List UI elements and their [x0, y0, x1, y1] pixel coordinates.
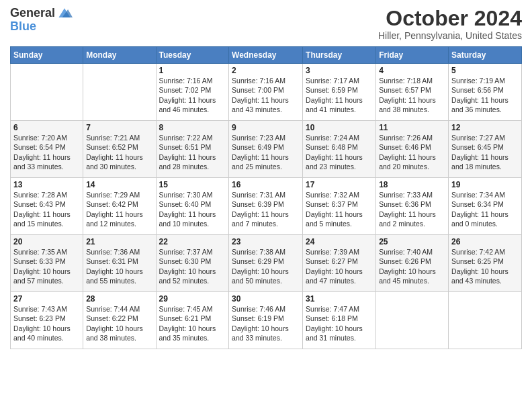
day-info-29: Sunrise: 7:45 AMSunset: 6:21 PMDaylight:…	[159, 304, 226, 342]
cell-1-3: 9Sunrise: 7:23 AMSunset: 6:49 PMDaylight…	[229, 121, 303, 178]
cell-3-1: 21Sunrise: 7:36 AMSunset: 6:31 PMDayligh…	[83, 235, 156, 292]
day-info-28: Sunrise: 7:44 AMSunset: 6:22 PMDaylight:…	[86, 304, 152, 342]
day-info-11: Sunrise: 7:26 AMSunset: 6:46 PMDaylight:…	[379, 133, 445, 171]
day-info-22: Sunrise: 7:37 AMSunset: 6:30 PMDaylight:…	[159, 247, 226, 285]
header-monday: Monday	[83, 47, 156, 64]
day-num-22: 22	[159, 237, 226, 246]
day-info-9: Sunrise: 7:23 AMSunset: 6:49 PMDaylight:…	[232, 133, 300, 171]
day-num-2: 2	[232, 66, 300, 75]
day-info-3: Sunrise: 7:17 AMSunset: 6:59 PMDaylight:…	[306, 76, 373, 114]
day-info-7: Sunrise: 7:21 AMSunset: 6:52 PMDaylight:…	[86, 133, 152, 171]
day-num-13: 13	[13, 180, 80, 189]
day-info-17: Sunrise: 7:32 AMSunset: 6:37 PMDaylight:…	[306, 190, 373, 228]
day-num-18: 18	[379, 180, 445, 189]
cell-0-1	[83, 64, 156, 121]
day-info-24: Sunrise: 7:39 AMSunset: 6:27 PMDaylight:…	[306, 247, 373, 285]
cell-3-2: 22Sunrise: 7:37 AMSunset: 6:30 PMDayligh…	[156, 235, 229, 292]
cell-2-5: 18Sunrise: 7:33 AMSunset: 6:36 PMDayligh…	[376, 178, 449, 235]
cell-1-2: 8Sunrise: 7:22 AMSunset: 6:51 PMDaylight…	[156, 121, 229, 178]
day-num-16: 16	[232, 180, 300, 189]
day-info-5: Sunrise: 7:19 AMSunset: 6:56 PMDaylight:…	[451, 76, 519, 114]
header-friday: Friday	[376, 47, 449, 64]
week-row-0: 1Sunrise: 7:16 AMSunset: 7:02 PMDaylight…	[11, 64, 522, 121]
cell-1-4: 10Sunrise: 7:24 AMSunset: 6:48 PMDayligh…	[303, 121, 376, 178]
cell-2-1: 14Sunrise: 7:29 AMSunset: 6:42 PMDayligh…	[83, 178, 156, 235]
day-num-9: 9	[232, 123, 300, 132]
day-info-18: Sunrise: 7:33 AMSunset: 6:36 PMDaylight:…	[379, 190, 445, 228]
cell-3-3: 23Sunrise: 7:38 AMSunset: 6:29 PMDayligh…	[229, 235, 303, 292]
cell-1-1: 7Sunrise: 7:21 AMSunset: 6:52 PMDaylight…	[83, 121, 156, 178]
cell-3-4: 24Sunrise: 7:39 AMSunset: 6:27 PMDayligh…	[303, 235, 376, 292]
location: Hiller, Pennsylvania, United States	[378, 30, 522, 41]
calendar-table: Sunday Monday Tuesday Wednesday Thursday…	[10, 46, 522, 349]
cell-4-3: 30Sunrise: 7:46 AMSunset: 6:19 PMDayligh…	[229, 292, 303, 349]
logo-icon	[56, 7, 73, 20]
day-num-24: 24	[306, 237, 373, 246]
cell-2-4: 17Sunrise: 7:32 AMSunset: 6:37 PMDayligh…	[303, 178, 376, 235]
header-tuesday: Tuesday	[156, 47, 229, 64]
cell-1-6: 12Sunrise: 7:27 AMSunset: 6:45 PMDayligh…	[449, 121, 522, 178]
day-num-19: 19	[451, 180, 519, 189]
day-num-12: 12	[451, 123, 519, 132]
logo-blue-text: Blue	[10, 20, 36, 34]
day-num-8: 8	[159, 123, 226, 132]
day-num-29: 29	[159, 294, 226, 304]
day-num-4: 4	[379, 66, 445, 75]
day-num-5: 5	[451, 66, 519, 75]
day-info-16: Sunrise: 7:31 AMSunset: 6:39 PMDaylight:…	[232, 190, 300, 228]
day-info-31: Sunrise: 7:47 AMSunset: 6:18 PMDaylight:…	[306, 304, 373, 342]
day-info-23: Sunrise: 7:38 AMSunset: 6:29 PMDaylight:…	[232, 247, 300, 285]
week-row-3: 20Sunrise: 7:35 AMSunset: 6:33 PMDayligh…	[11, 235, 522, 292]
day-num-1: 1	[159, 66, 226, 75]
cell-2-0: 13Sunrise: 7:28 AMSunset: 6:43 PMDayligh…	[11, 178, 83, 235]
day-num-7: 7	[86, 123, 152, 132]
day-info-19: Sunrise: 7:34 AMSunset: 6:34 PMDaylight:…	[451, 190, 519, 228]
logo: General Blue	[10, 7, 73, 34]
header-thursday: Thursday	[303, 47, 376, 64]
day-info-27: Sunrise: 7:43 AMSunset: 6:23 PMDaylight:…	[13, 304, 80, 342]
day-info-25: Sunrise: 7:40 AMSunset: 6:26 PMDaylight:…	[379, 247, 445, 285]
cell-4-4: 31Sunrise: 7:47 AMSunset: 6:18 PMDayligh…	[303, 292, 376, 349]
day-num-30: 30	[232, 294, 300, 304]
day-num-10: 10	[306, 123, 373, 132]
weekday-header-row: Sunday Monday Tuesday Wednesday Thursday…	[11, 47, 522, 64]
header-wednesday: Wednesday	[229, 47, 303, 64]
day-info-15: Sunrise: 7:30 AMSunset: 6:40 PMDaylight:…	[159, 190, 226, 228]
day-num-23: 23	[232, 237, 300, 246]
day-info-6: Sunrise: 7:20 AMSunset: 6:54 PMDaylight:…	[13, 133, 80, 171]
day-num-14: 14	[86, 180, 152, 189]
day-info-30: Sunrise: 7:46 AMSunset: 6:19 PMDaylight:…	[232, 304, 300, 342]
day-num-11: 11	[379, 123, 445, 132]
cell-1-0: 6Sunrise: 7:20 AMSunset: 6:54 PMDaylight…	[11, 121, 83, 178]
cell-1-5: 11Sunrise: 7:26 AMSunset: 6:46 PMDayligh…	[376, 121, 449, 178]
cell-0-4: 3Sunrise: 7:17 AMSunset: 6:59 PMDaylight…	[303, 64, 376, 121]
cell-3-5: 25Sunrise: 7:40 AMSunset: 6:26 PMDayligh…	[376, 235, 449, 292]
cell-0-2: 1Sunrise: 7:16 AMSunset: 7:02 PMDaylight…	[156, 64, 229, 121]
cell-4-0: 27Sunrise: 7:43 AMSunset: 6:23 PMDayligh…	[11, 292, 83, 349]
header-saturday: Saturday	[449, 47, 522, 64]
day-num-31: 31	[306, 294, 373, 304]
cell-4-6	[449, 292, 522, 349]
header-sunday: Sunday	[11, 47, 83, 64]
header: General Blue October 2024 Hiller, Pennsy…	[10, 7, 522, 41]
week-row-4: 27Sunrise: 7:43 AMSunset: 6:23 PMDayligh…	[11, 292, 522, 349]
cell-3-6: 26Sunrise: 7:42 AMSunset: 6:25 PMDayligh…	[449, 235, 522, 292]
cell-3-0: 20Sunrise: 7:35 AMSunset: 6:33 PMDayligh…	[11, 235, 83, 292]
week-row-2: 13Sunrise: 7:28 AMSunset: 6:43 PMDayligh…	[11, 178, 522, 235]
day-num-25: 25	[379, 237, 445, 246]
cell-0-0	[11, 64, 83, 121]
day-info-14: Sunrise: 7:29 AMSunset: 6:42 PMDaylight:…	[86, 190, 152, 228]
day-info-21: Sunrise: 7:36 AMSunset: 6:31 PMDaylight:…	[86, 247, 152, 285]
day-num-21: 21	[86, 237, 152, 246]
day-info-10: Sunrise: 7:24 AMSunset: 6:48 PMDaylight:…	[306, 133, 373, 171]
cell-2-3: 16Sunrise: 7:31 AMSunset: 6:39 PMDayligh…	[229, 178, 303, 235]
day-info-4: Sunrise: 7:18 AMSunset: 6:57 PMDaylight:…	[379, 76, 445, 114]
day-info-13: Sunrise: 7:28 AMSunset: 6:43 PMDaylight:…	[13, 190, 80, 228]
week-row-1: 6Sunrise: 7:20 AMSunset: 6:54 PMDaylight…	[11, 121, 522, 178]
day-info-8: Sunrise: 7:22 AMSunset: 6:51 PMDaylight:…	[159, 133, 226, 171]
cell-0-5: 4Sunrise: 7:18 AMSunset: 6:57 PMDaylight…	[376, 64, 449, 121]
day-num-17: 17	[306, 180, 373, 189]
day-info-1: Sunrise: 7:16 AMSunset: 7:02 PMDaylight:…	[159, 76, 226, 114]
day-info-12: Sunrise: 7:27 AMSunset: 6:45 PMDaylight:…	[451, 133, 519, 171]
day-info-20: Sunrise: 7:35 AMSunset: 6:33 PMDaylight:…	[13, 247, 80, 285]
